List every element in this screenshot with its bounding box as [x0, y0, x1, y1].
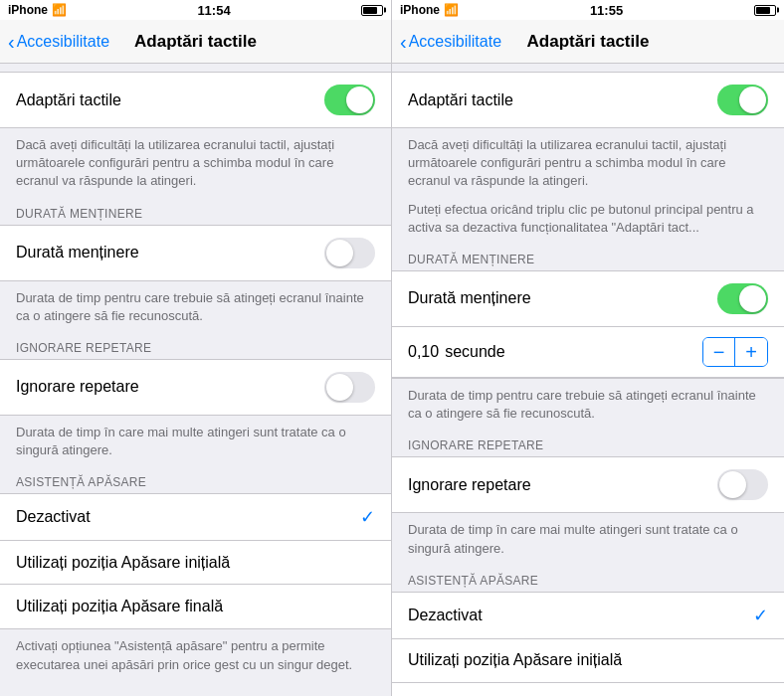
durata-description-right: Durata de timp pentru care trebuie să at… [392, 379, 784, 433]
status-bar-right: iPhone 📶 11:55 [392, 0, 784, 20]
back-label-right: Accesibilitate [409, 33, 501, 51]
asistenta-group-right: Dezactivat ✓ Utilizați poziția Apăsare i… [392, 592, 784, 696]
main-toggle-group-right: Adaptări tactile [392, 72, 784, 128]
toggle-knob-ignorare-right [719, 471, 746, 498]
content-left: Adaptări tactile Dacă aveți dificultăți … [0, 64, 391, 696]
section-durata-left: DURATĂ MENȚINERE [0, 201, 391, 225]
asistenta-row-1-right[interactable]: Utilizați poziția Apăsare inițială [392, 639, 784, 683]
durata-group-left: Durată menținere [0, 225, 391, 281]
battery-icon-right [754, 5, 776, 16]
main-toggle-label-right: Adaptări tactile [408, 91, 717, 109]
asistenta-row-2-right[interactable]: Utilizați poziția Apăsare finală [392, 683, 784, 696]
asistenta-row-2-left[interactable]: Utilizați poziția Apăsare finală [0, 585, 391, 628]
panel-left: iPhone 📶 11:54 ‹ Accesibilitate Adaptări… [0, 0, 392, 696]
durata-group-right: Durată menținere 0,10 secunde − + [392, 270, 784, 379]
asistenta-description-left: Activați opțiunea "Asistență apăsare" pe… [0, 629, 391, 683]
main-toggle-switch-left[interactable] [324, 85, 375, 115]
content-right: Adaptări tactile Dacă aveți dificultăți … [392, 64, 784, 696]
asistenta-label-1-right: Utilizați poziția Apăsare inițială [408, 651, 768, 669]
ignorare-toggle-row-left: Ignorare repetare [0, 360, 391, 415]
section-ignorare-left: IGNORARE REPETARE [0, 335, 391, 359]
ignorare-toggle-switch-left[interactable] [324, 372, 375, 403]
durata-toggle-row-left: Durată menținere [0, 226, 391, 280]
nav-title-left: Adaptări tactile [134, 32, 257, 52]
time-right: 11:55 [590, 3, 623, 18]
ignorare-group-right: Ignorare repetare [392, 456, 784, 513]
durata-toggle-row-right: Durată menținere [392, 271, 784, 327]
main-description-left: Dacă aveți dificultăți la utilizarea ecr… [0, 128, 391, 201]
main-toggle-group-left: Adaptări tactile [0, 72, 391, 128]
section-asistenta-left: ASISTENȚĂ APĂSARE [0, 469, 391, 493]
ignorare-description-right: Durata de timp în care mai multe atinger… [392, 513, 784, 567]
durata-description-left: Durata de timp pentru care trebuie să at… [0, 281, 391, 335]
battery-icon-left [361, 5, 383, 16]
stepper-plus-button[interactable]: + [735, 338, 767, 366]
toggle-knob-main-right [739, 87, 766, 113]
asistenta-label-0-right: Dezactivat [408, 607, 753, 624]
durata-toggle-label-right: Durată menținere [408, 289, 717, 307]
carrier-right: iPhone [400, 3, 440, 17]
stepper-value: 0,10 [408, 343, 439, 361]
asistenta-label-2-left: Utilizați poziția Apăsare finală [16, 598, 375, 615]
checkmark-0-right: ✓ [753, 605, 768, 626]
ignorare-toggle-switch-right[interactable] [717, 469, 768, 500]
nav-bar-left: ‹ Accesibilitate Adaptări tactile [0, 20, 391, 64]
asistenta-group-left: Dezactivat ✓ Utilizați poziția Apăsare i… [0, 493, 391, 629]
ignorare-description-left: Durata de timp în care mai multe atinger… [0, 416, 391, 469]
section-durata-right: DURATĂ MENȚINERE [392, 247, 784, 270]
toggle-knob-durata [326, 240, 353, 266]
ignorare-toggle-label-left: Ignorare repetare [16, 378, 324, 396]
carrier-left: iPhone [8, 3, 48, 17]
wifi-icon-left: 📶 [52, 3, 67, 17]
ignorare-group-left: Ignorare repetare [0, 359, 391, 416]
toggle-knob-ignorare [326, 374, 353, 401]
main-toggle-label-left: Adaptări tactile [16, 91, 324, 109]
asistenta-row-1-left[interactable]: Utilizați poziția Apăsare inițială [0, 541, 391, 585]
back-button-left[interactable]: ‹ Accesibilitate [8, 32, 109, 52]
stepper-minus-button[interactable]: − [703, 338, 735, 366]
stepper-controls: − + [702, 337, 768, 367]
main-toggle-row-left: Adaptări tactile [0, 73, 391, 127]
section-asistenta-right: ASISTENȚĂ APĂSARE [392, 568, 784, 592]
nav-title-right: Adaptări tactile [527, 32, 650, 52]
main-description-right: Dacă aveți dificultăți la utilizarea ecr… [392, 128, 784, 201]
ignorare-toggle-row-right: Ignorare repetare [392, 457, 784, 512]
status-bar-left: iPhone 📶 11:54 [0, 0, 391, 20]
stepper-row-right: 0,10 secunde − + [392, 327, 784, 378]
asistenta-label-0-left: Dezactivat [16, 508, 360, 526]
time-left: 11:54 [197, 3, 230, 18]
checkmark-0-left: ✓ [360, 506, 375, 528]
nav-bar-right: ‹ Accesibilitate Adaptări tactile [392, 20, 784, 64]
durata-toggle-switch-left[interactable] [324, 238, 375, 268]
durata-toggle-label-left: Durată menținere [16, 244, 324, 261]
wifi-icon-right: 📶 [444, 3, 459, 17]
chevron-left-icon-right: ‹ [400, 32, 407, 52]
toggle-knob [346, 87, 373, 113]
toggle-knob-durata-right [739, 285, 766, 312]
asistenta-row-0-right[interactable]: Dezactivat ✓ [392, 593, 784, 639]
section-ignorare-right: IGNORARE REPETARE [392, 433, 784, 456]
stepper-unit: secunde [445, 343, 702, 361]
durata-toggle-switch-right[interactable] [717, 283, 768, 314]
panel-right: iPhone 📶 11:55 ‹ Accesibilitate Adaptări… [392, 0, 784, 696]
main-toggle-row-right: Adaptări tactile [392, 73, 784, 127]
chevron-left-icon: ‹ [8, 32, 15, 52]
back-button-right[interactable]: ‹ Accesibilitate [400, 32, 501, 52]
asistenta-row-0-left[interactable]: Dezactivat ✓ [0, 494, 391, 541]
asistenta-label-1-left: Utilizați poziția Apăsare inițială [16, 554, 375, 572]
ignorare-toggle-label-right: Ignorare repetare [408, 476, 717, 494]
main-toggle-switch-right[interactable] [717, 85, 768, 115]
extra-description-right: Puteți efectua oricând triplu clic pe bu… [392, 201, 784, 247]
back-label-left: Accesibilitate [17, 33, 109, 51]
